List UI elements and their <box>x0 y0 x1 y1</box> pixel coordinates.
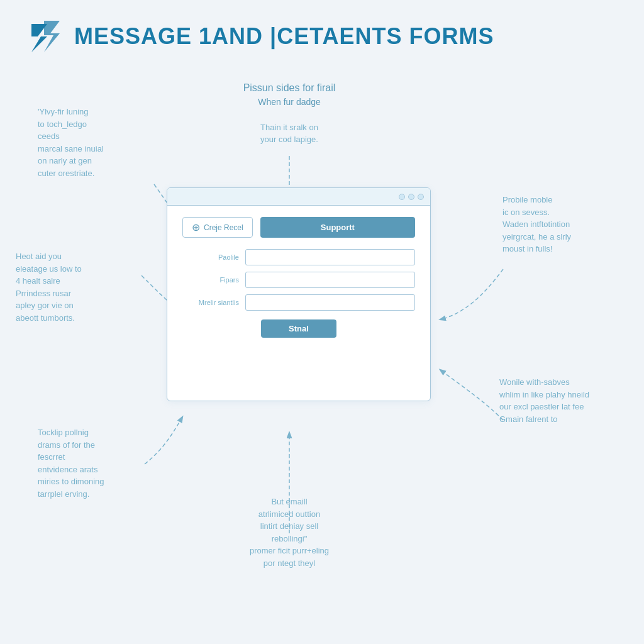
create-recei-button[interactable]: ⊕ Creje Recel <box>182 217 253 238</box>
field2-input[interactable] <box>245 272 415 288</box>
form-row-1: Paolile <box>182 249 415 265</box>
field1-input[interactable] <box>245 249 415 265</box>
window-top-row: ⊕ Creje Recel Supportt <box>182 217 415 238</box>
field2-label: Fipars <box>182 276 239 284</box>
annotation-bot-center: But emaill atrlimiced outtion lintirt de… <box>208 496 371 569</box>
create-button-label: Creje Recel <box>204 223 243 232</box>
logo-icon <box>25 18 63 55</box>
window-dot-2 <box>408 194 414 200</box>
annotation-top-center: Pissun sides for firail When fur dadge T… <box>208 80 371 146</box>
window-dot-1 <box>399 194 405 200</box>
annotation-bot-right: Wonile with-sabves whlim in like plahy h… <box>499 376 625 425</box>
window-dot-3 <box>418 194 424 200</box>
support-button[interactable]: Supportt <box>260 217 415 238</box>
header: MESSAGE 1AND |CETAENTS FORMS <box>0 0 644 68</box>
plus-icon: ⊕ <box>192 221 200 233</box>
annotation-mid-left: Heot aid you eleatage us low to 4 healt … <box>16 250 135 324</box>
wireframe-window: ⊕ Creje Recel Supportt Paolile Fipars Mr… <box>167 187 431 401</box>
annotation-top-right: Probile moble ic on sevess. Waden intfto… <box>502 194 625 255</box>
window-titlebar <box>167 188 430 206</box>
form-row-3: Mrelir siantlis <box>182 294 415 311</box>
field3-input[interactable] <box>245 294 415 311</box>
field1-label: Paolile <box>182 253 239 261</box>
submit-button[interactable]: Stnal <box>261 319 336 338</box>
field3-label: Mrelir siantlis <box>182 299 239 306</box>
window-body: ⊕ Creje Recel Supportt Paolile Fipars Mr… <box>167 206 430 348</box>
main-diagram: 'Ylvy-fir luning to toch_ledgo ceeds mar… <box>0 68 644 643</box>
page-title: MESSAGE 1AND |CETAENTS FORMS <box>74 23 494 50</box>
annotation-bot-left: Tocklip pollnig drams of for the fescrre… <box>38 426 157 500</box>
form-row-2: Fipars <box>182 272 415 288</box>
annotation-top-left: 'Ylvy-fir luning to toch_ledgo ceeds mar… <box>38 106 151 179</box>
